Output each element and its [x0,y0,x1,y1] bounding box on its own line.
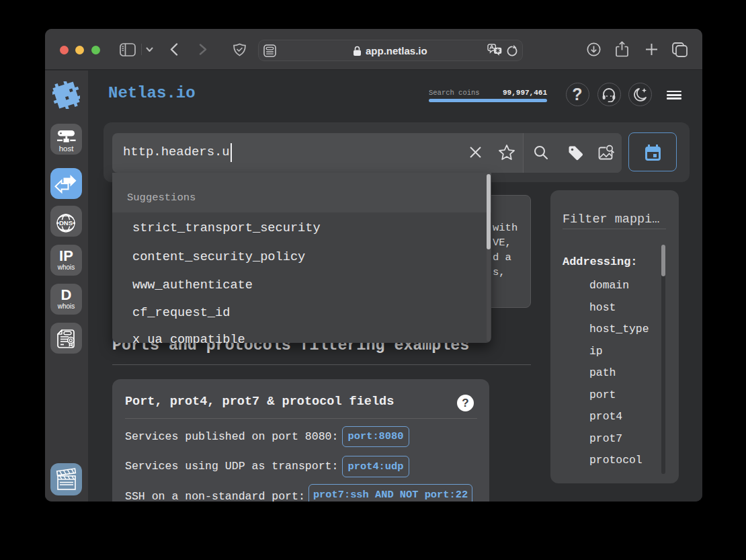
svg-text:DNS: DNS [59,219,73,227]
